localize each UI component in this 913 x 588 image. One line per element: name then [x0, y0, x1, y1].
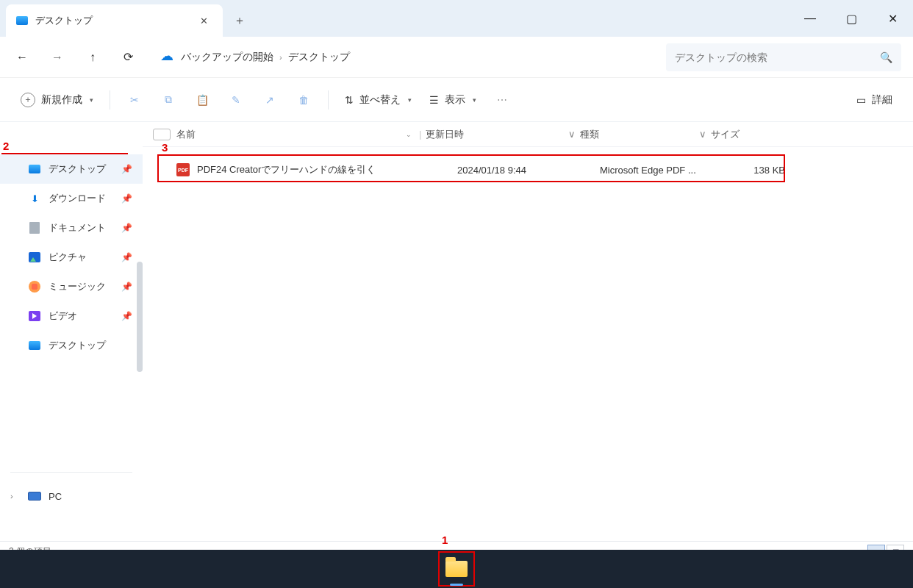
delete-button[interactable]: 🗑 [288, 86, 319, 114]
toolbar: ＋ 新規作成 ▾ ✂ ⧉ 📋 ✎ ↗ 🗑 ⇅ 並べ替え ▾ ☰ 表示 ▾ ⋯ ▭… [0, 78, 913, 122]
address-bar: ← → ↑ ⟳ バックアップの開始 › デスクトップ 🔍 [0, 37, 913, 78]
pdf-icon: PDF [176, 163, 190, 176]
annotation-number-1: 1 [442, 534, 448, 546]
chevron-right-icon: › [279, 53, 282, 62]
column-header-name[interactable]: 名前 ⌄ [176, 128, 419, 141]
chevron-down-icon[interactable]: ⌄ [406, 131, 412, 138]
tab-title: デスクトップ [35, 14, 93, 27]
pin-icon[interactable]: 📌 [121, 193, 132, 204]
navigation-pane: 2 デスクトップ 📌 ⬇ ダウンロード 📌 ドキュメント 📌 ピクチャ 📌 ミュ… [0, 122, 143, 541]
cut-button[interactable]: ✂ [119, 86, 150, 114]
column-header-type[interactable]: 種類 [580, 128, 699, 141]
breadcrumb-backup[interactable]: バックアップの開始 [181, 51, 273, 64]
sidebar-item-documents[interactable]: ドキュメント 📌 [0, 213, 143, 243]
sidebar-item-desktop[interactable]: デスクトップ 📌 [0, 154, 143, 184]
share-button[interactable]: ↗ [254, 86, 285, 114]
annotation-number-2: 2 [3, 140, 9, 152]
pictures-icon [29, 252, 40, 262]
sidebar-item-label: ビデオ [49, 309, 77, 323]
sidebar-item-desktop-2[interactable]: デスクトップ [0, 331, 143, 360]
breadcrumb-current[interactable]: デスクトップ [288, 51, 350, 64]
copy-button[interactable]: ⧉ [153, 86, 184, 114]
paste-button[interactable]: 📋 [187, 86, 218, 114]
title-bar: デスクトップ ✕ ＋ — ▢ ✕ [0, 0, 913, 37]
pin-icon[interactable]: 📌 [121, 282, 132, 292]
sidebar-scrollbar[interactable] [137, 262, 143, 372]
close-tab-button[interactable]: ✕ [193, 10, 214, 31]
breadcrumb[interactable]: バックアップの開始 › デスクトップ [154, 43, 656, 71]
window-tab[interactable]: デスクトップ ✕ [6, 4, 223, 37]
search-box[interactable]: 🔍 [666, 43, 901, 71]
back-button[interactable]: ← [6, 43, 38, 72]
chevron-right-icon[interactable]: › [10, 492, 13, 501]
annotation-number-3: 3 [162, 141, 168, 154]
file-name: PDF24 Creatorでフリーハンドの線を引く [197, 163, 457, 176]
file-type: Microsoft Edge PDF ... [600, 165, 719, 176]
column-headers: 名前 ⌄ | 更新日時 ∨ 種類 ∨ サイズ [143, 122, 913, 147]
taskbar-explorer-button[interactable] [441, 553, 472, 584]
column-header-date[interactable]: 更新日時 [426, 128, 568, 141]
sidebar-item-label: ミュージック [49, 280, 106, 293]
forward-button[interactable]: → [41, 43, 74, 72]
chevron-down-icon: ▾ [90, 96, 93, 104]
main-area: 2 デスクトップ 📌 ⬇ ダウンロード 📌 ドキュメント 📌 ピクチャ 📌 ミュ… [0, 122, 913, 541]
desktop-icon [16, 16, 28, 25]
pin-icon[interactable]: 📌 [121, 164, 132, 174]
up-button[interactable]: ↑ [76, 43, 109, 72]
file-size: 138 KB [719, 165, 798, 176]
details-pane-button[interactable]: ▭ 詳細 [849, 86, 900, 114]
sidebar-item-label: デスクトップ [49, 339, 106, 352]
onedrive-icon [160, 52, 175, 62]
sidebar-item-label: PC [49, 491, 62, 502]
chevron-down-icon: ▾ [473, 96, 476, 104]
search-input[interactable] [675, 51, 880, 63]
pin-icon[interactable]: 📌 [121, 223, 132, 233]
sidebar-item-pictures[interactable]: ピクチャ 📌 [0, 243, 143, 272]
taskbar: 1 [0, 550, 913, 588]
more-button[interactable]: ⋯ [487, 86, 518, 114]
desktop-icon [29, 341, 40, 350]
search-icon: 🔍 [880, 51, 892, 63]
download-icon: ⬇ [28, 192, 41, 205]
maximize-button[interactable]: ▢ [831, 0, 872, 37]
plus-icon: ＋ [21, 93, 35, 107]
column-header-size[interactable]: サイズ [711, 128, 790, 141]
sidebar-item-label: デスクトップ [49, 162, 106, 176]
file-row[interactable]: PDF PDF24 Creatorでフリーハンドの線を引く 2024/01/18… [143, 154, 913, 185]
close-window-button[interactable]: ✕ [872, 0, 913, 37]
sidebar-item-label: ピクチャ [49, 251, 87, 264]
desktop-icon [29, 165, 40, 173]
chevron-down-icon: ▾ [408, 96, 412, 104]
pin-icon[interactable]: 📌 [121, 311, 132, 321]
sort-button[interactable]: ⇅ 並べ替え ▾ [337, 86, 419, 114]
sidebar-item-pc[interactable]: › PC [0, 481, 143, 511]
folder-icon [445, 561, 468, 577]
video-icon [29, 311, 40, 321]
music-icon [29, 281, 40, 293]
refresh-button[interactable]: ⟳ [112, 43, 144, 72]
rename-button[interactable]: ✎ [221, 86, 251, 114]
view-icon: ☰ [429, 94, 439, 106]
sidebar-item-videos[interactable]: ビデオ 📌 [0, 301, 143, 331]
pin-icon[interactable]: 📌 [121, 252, 132, 262]
new-tab-button[interactable]: ＋ [227, 4, 252, 37]
view-button[interactable]: ☰ 表示 ▾ [422, 86, 484, 114]
file-date: 2024/01/18 9:44 [457, 165, 600, 176]
sidebar-item-downloads[interactable]: ⬇ ダウンロード 📌 [0, 184, 143, 213]
pc-icon [28, 492, 41, 501]
new-button[interactable]: ＋ 新規作成 ▾ [13, 86, 101, 114]
minimize-button[interactable]: — [790, 0, 831, 37]
details-icon: ▭ [856, 94, 866, 106]
sidebar-item-label: ドキュメント [49, 221, 106, 234]
file-list: 名前 ⌄ | 更新日時 ∨ 種類 ∨ サイズ 3 PDF PDF24 Creat… [143, 122, 913, 541]
sidebar-item-label: ダウンロード [49, 192, 106, 205]
sort-icon: ⇅ [345, 94, 354, 106]
select-all-checkbox[interactable] [153, 129, 171, 140]
sidebar-item-music[interactable]: ミュージック 📌 [0, 272, 143, 301]
document-icon [29, 222, 40, 234]
